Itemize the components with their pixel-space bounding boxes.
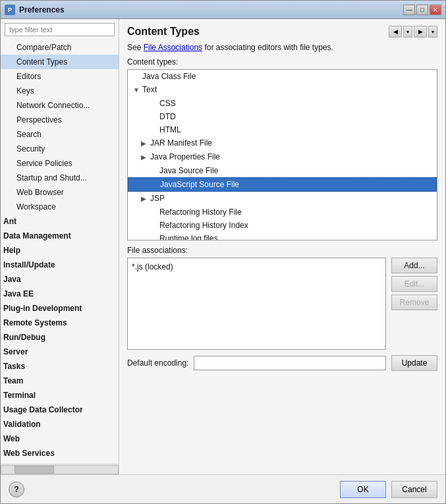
ok-button[interactable]: OK bbox=[340, 481, 386, 498]
sidebar-item-editors[interactable]: Editors bbox=[1, 69, 119, 84]
ct-jar-manifest[interactable]: ▶JAR Manifest File bbox=[128, 136, 437, 150]
cancel-button[interactable]: Cancel bbox=[391, 481, 437, 498]
update-button[interactable]: Update bbox=[391, 355, 437, 371]
sidebar-group-plugin[interactable]: Plug-in Development bbox=[1, 301, 119, 316]
sidebar-item-network[interactable]: Network Connectio... bbox=[1, 98, 119, 113]
add-button[interactable]: Add... bbox=[391, 258, 437, 273]
sidebar-group-install[interactable]: Install/Update bbox=[1, 258, 119, 272]
sidebar-group-java[interactable]: Java bbox=[1, 272, 119, 287]
edit-button[interactable]: Edit... bbox=[391, 276, 437, 292]
sidebar-group-web[interactable]: Web bbox=[1, 432, 119, 446]
encoding-label: Default encoding: bbox=[127, 358, 188, 368]
sidebar-item-service-policies[interactable]: Service Policies bbox=[1, 156, 119, 171]
ct-refactoring-history[interactable]: Refactoring History File bbox=[128, 206, 437, 219]
panel-description: See File Associations for associating ed… bbox=[127, 43, 437, 52]
sidebar-group-java-ee[interactable]: Java EE bbox=[1, 287, 119, 301]
sidebar-group-team[interactable]: Team bbox=[1, 374, 119, 388]
expand-icon: ▶ bbox=[141, 138, 149, 150]
filter-input[interactable] bbox=[5, 23, 115, 36]
collapse-icon: ▼ bbox=[133, 84, 141, 96]
sidebar-group-help[interactable]: Help bbox=[1, 243, 119, 258]
remove-button[interactable]: Remove bbox=[391, 294, 437, 310]
panel-title: Content Types bbox=[127, 26, 200, 38]
ct-refactoring-index[interactable]: Refactoring History Index bbox=[128, 219, 437, 232]
file-assoc-section: File associations: *.js (locked) Add... … bbox=[127, 246, 437, 350]
hscrollbar-thumb[interactable] bbox=[14, 466, 54, 474]
sidebar-group-data-mgmt[interactable]: Data Management bbox=[1, 229, 119, 243]
sidebar-item-security[interactable]: Security bbox=[1, 142, 119, 156]
titlebar-left: P Preferences bbox=[5, 5, 65, 15]
content-panel: Content Types ◀ ▾ ▶ ▾ See File Associati… bbox=[119, 19, 445, 474]
bottom-bar: ? OK Cancel bbox=[1, 474, 445, 503]
sidebar-group-terminal[interactable]: Terminal bbox=[1, 388, 119, 403]
maximize-button[interactable]: □ bbox=[416, 5, 428, 15]
preferences-window: P Preferences — □ ✕ Compare/Patch Conten… bbox=[0, 0, 446, 504]
sidebar-item-search[interactable]: Search bbox=[1, 127, 119, 142]
ct-css[interactable]: CSS bbox=[128, 97, 437, 110]
sidebar-group-validation[interactable]: Validation bbox=[1, 417, 119, 432]
file-assoc-item[interactable]: *.js (locked) bbox=[129, 260, 384, 274]
assoc-buttons: Add... Edit... Remove bbox=[391, 258, 437, 350]
ct-dtd[interactable]: DTD bbox=[128, 110, 437, 123]
expand-icon: ▶ bbox=[141, 193, 149, 205]
help-button[interactable]: ? bbox=[9, 482, 24, 497]
ct-jsp[interactable]: ▶JSP bbox=[128, 192, 437, 206]
ct-html[interactable]: HTML bbox=[128, 123, 437, 136]
sidebar: Compare/Patch Content Types Editors Keys… bbox=[1, 19, 119, 474]
titlebar-buttons: — □ ✕ bbox=[403, 5, 441, 15]
panel-nav: ◀ ▾ ▶ ▾ bbox=[389, 26, 437, 38]
sidebar-group-tasks[interactable]: Tasks bbox=[1, 359, 119, 374]
encoding-row: Default encoding: Update bbox=[127, 355, 437, 371]
sidebar-item-keys[interactable]: Keys bbox=[1, 84, 119, 98]
expand-icon: ▶ bbox=[141, 152, 149, 163]
close-button[interactable]: ✕ bbox=[430, 5, 441, 15]
titlebar: P Preferences — □ ✕ bbox=[1, 1, 445, 19]
ct-java-source[interactable]: Java Source File bbox=[128, 164, 437, 177]
encoding-input[interactable] bbox=[194, 356, 386, 370]
file-assoc-link[interactable]: File Associations bbox=[144, 43, 202, 52]
panel-header: Content Types ◀ ▾ ▶ ▾ bbox=[127, 26, 437, 38]
content-types-tree[interactable]: Java Class File ▼Text CSS DTD HTML ▶JAR … bbox=[127, 69, 437, 240]
sidebar-item-perspectives[interactable]: Perspectives bbox=[1, 113, 119, 127]
main-content: Compare/Patch Content Types Editors Keys… bbox=[1, 19, 445, 474]
sidebar-group-usage[interactable]: Usage Data Collector bbox=[1, 403, 119, 417]
back-dropdown[interactable]: ▾ bbox=[403, 26, 412, 38]
dialog-buttons: OK Cancel bbox=[340, 481, 437, 498]
ct-text[interactable]: ▼Text bbox=[128, 83, 437, 97]
sidebar-group-web-services[interactable]: Web Services bbox=[1, 446, 119, 461]
ct-java-properties[interactable]: ▶Java Properties File bbox=[128, 150, 437, 164]
ct-javascript-source[interactable]: JavaScript Source File bbox=[128, 177, 437, 192]
sidebar-group-run-debug[interactable]: Run/Debug bbox=[1, 330, 119, 345]
forward-dropdown[interactable]: ▾ bbox=[428, 26, 437, 38]
sidebar-item-content-types[interactable]: Content Types bbox=[1, 55, 119, 69]
sidebar-hscroll bbox=[1, 464, 119, 474]
forward-button[interactable]: ▶ bbox=[414, 26, 427, 38]
sidebar-tree: Compare/Patch Content Types Editors Keys… bbox=[1, 40, 119, 464]
app-icon: P bbox=[5, 5, 15, 15]
file-assoc-label: File associations: bbox=[127, 246, 437, 255]
file-assoc-list[interactable]: *.js (locked) bbox=[127, 258, 386, 350]
sidebar-item-web-browser[interactable]: Web Browser bbox=[1, 185, 119, 200]
sidebar-item-workspace[interactable]: Workspace bbox=[1, 200, 119, 214]
file-assoc-area: *.js (locked) Add... Edit... Remove bbox=[127, 258, 437, 350]
back-button[interactable]: ◀ bbox=[389, 26, 402, 38]
sidebar-item-startup[interactable]: Startup and Shutd... bbox=[1, 171, 119, 185]
sidebar-item-compare-patch[interactable]: Compare/Patch bbox=[1, 40, 119, 55]
sidebar-group-server[interactable]: Server bbox=[1, 345, 119, 359]
ct-java-class[interactable]: Java Class File bbox=[128, 70, 437, 83]
sidebar-group-ant[interactable]: Ant bbox=[1, 214, 119, 229]
content-types-label: Content types: bbox=[127, 57, 437, 67]
horizontal-scrollbar[interactable] bbox=[1, 465, 119, 474]
window-title: Preferences bbox=[19, 5, 65, 14]
minimize-button[interactable]: — bbox=[403, 5, 415, 15]
ct-runtime-log[interactable]: Runtime log files bbox=[128, 232, 437, 240]
sidebar-group-remote[interactable]: Remote Systems bbox=[1, 316, 119, 330]
